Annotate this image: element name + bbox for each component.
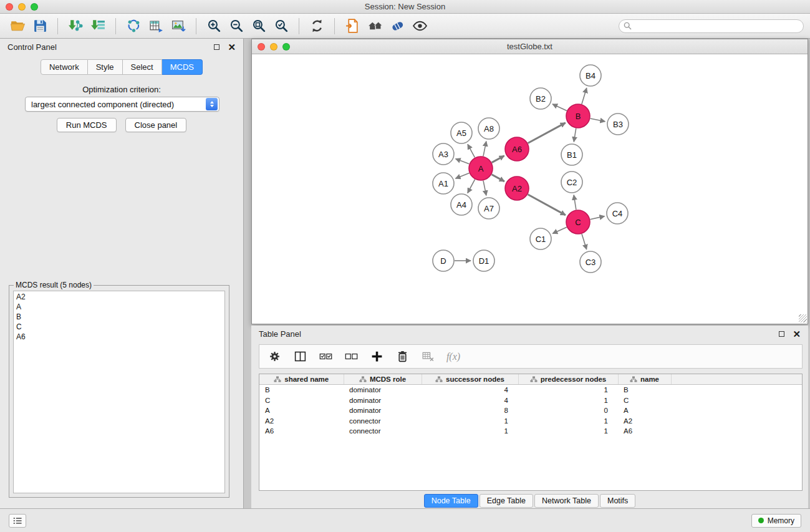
mcds-result-item[interactable]: A: [14, 302, 224, 312]
edge-A-A6[interactable]: [492, 156, 504, 163]
mcds-result-item[interactable]: B: [14, 312, 224, 322]
close-panel-button[interactable]: Close panel: [125, 118, 187, 132]
network-canvas[interactable]: B4B2BB3A8A5A6A3B1AC2A1A2A4A7C4CC1C3DD1: [252, 54, 808, 323]
table-row[interactable]: A2connector11A2: [259, 416, 802, 427]
edge-B-B4[interactable]: [582, 88, 587, 104]
edge-A-A2[interactable]: [492, 175, 504, 181]
zoom-fit-icon[interactable]: [248, 16, 270, 36]
mcds-result-item[interactable]: C: [14, 322, 224, 332]
edge-B-B2[interactable]: [552, 104, 567, 111]
unselect-all-button[interactable]: [344, 348, 359, 365]
node-A8[interactable]: A8: [478, 118, 499, 139]
network-canvas-container[interactable]: B4B2BB3A8A5A6A3B1AC2A1A2A4A7C4CC1C3DD1: [252, 54, 808, 323]
tab-edge-table[interactable]: Edge Table: [480, 494, 533, 508]
close-panel-icon[interactable]: ✕: [228, 42, 236, 52]
tab-mcds[interactable]: MCDS: [162, 59, 203, 75]
edge-A6-B[interactable]: [528, 123, 566, 143]
table-row[interactable]: Adominator80A: [259, 405, 802, 416]
tab-style[interactable]: Style: [88, 59, 123, 75]
node-D1[interactable]: D1: [473, 250, 494, 271]
node-B2[interactable]: B2: [530, 88, 551, 109]
eye-icon[interactable]: [408, 16, 431, 36]
edge-B-B3[interactable]: [591, 118, 605, 122]
node-C1[interactable]: C1: [530, 228, 551, 249]
network-minimize-button[interactable]: [270, 43, 277, 51]
close-window-button[interactable]: [6, 3, 13, 11]
edge-A-A4[interactable]: [468, 180, 475, 193]
task-history-button[interactable]: [9, 514, 26, 528]
save-icon[interactable]: [29, 16, 51, 36]
node-A5[interactable]: A5: [451, 122, 472, 143]
column-header-predecessor-nodes[interactable]: predecessor nodes: [518, 374, 618, 385]
tab-network[interactable]: Network: [41, 59, 88, 75]
node-C2[interactable]: C2: [561, 172, 582, 193]
node-A1[interactable]: A1: [433, 173, 454, 194]
node-C4[interactable]: C4: [607, 203, 628, 224]
node-D[interactable]: D: [433, 250, 454, 271]
table-row[interactable]: A6connector11A6: [259, 426, 802, 437]
edge-A2-C[interactable]: [528, 195, 566, 215]
edge-B-B1[interactable]: [574, 128, 576, 142]
table-close-panel-icon[interactable]: ✕: [793, 329, 801, 339]
node-A6[interactable]: A6: [505, 137, 529, 161]
visual-style-icon[interactable]: [386, 16, 408, 36]
network-close-button[interactable]: [258, 43, 265, 51]
table-float-panel-icon[interactable]: [779, 331, 784, 337]
select-all-button[interactable]: [318, 348, 333, 365]
edge-C-C4[interactable]: [591, 216, 605, 220]
table-row[interactable]: Bdominator41B: [259, 385, 802, 395]
tab-node-table[interactable]: Node Table: [424, 494, 478, 508]
edge-C-C1[interactable]: [552, 227, 567, 233]
new-table-icon[interactable]: [145, 16, 167, 36]
mcds-result-item[interactable]: A2: [14, 292, 224, 302]
open-folder-icon[interactable]: [6, 16, 29, 36]
edge-C-C3[interactable]: [582, 234, 587, 249]
table-row[interactable]: Cdominator41C: [259, 395, 802, 406]
search-input[interactable]: [619, 19, 804, 33]
resize-grip-icon[interactable]: [799, 314, 807, 322]
float-panel-icon[interactable]: [214, 44, 219, 50]
function-builder-button[interactable]: f(x): [446, 348, 461, 365]
tab-network-table[interactable]: Network Table: [534, 494, 599, 508]
column-header-name[interactable]: name: [618, 374, 671, 385]
minimize-window-button[interactable]: [18, 3, 26, 11]
edge-A-A7[interactable]: [483, 181, 486, 196]
export-image-icon[interactable]: [167, 16, 190, 36]
node-B3[interactable]: B3: [607, 114, 629, 135]
delete-row-button[interactable]: [395, 348, 410, 365]
settings-gear-button[interactable]: [267, 348, 282, 365]
run-mcds-button[interactable]: Run MCDS: [57, 118, 117, 132]
node-B1[interactable]: B1: [561, 144, 582, 165]
tab-select[interactable]: Select: [123, 59, 162, 75]
mcds-result-list[interactable]: A2ABCA6: [13, 291, 225, 493]
node-A4[interactable]: A4: [451, 194, 472, 215]
edge-C-C2[interactable]: [574, 195, 576, 210]
home-icon[interactable]: [364, 16, 386, 36]
column-header-shared-name[interactable]: shared name: [259, 374, 344, 385]
new-network-icon[interactable]: [122, 16, 145, 36]
node-A2[interactable]: A2: [505, 177, 529, 200]
tab-motifs[interactable]: Motifs: [600, 494, 635, 508]
optimization-criterion-dropdown[interactable]: largest connected component (directed): [25, 97, 219, 112]
zoom-out-icon[interactable]: [225, 16, 248, 36]
memory-button[interactable]: Memory: [751, 514, 801, 528]
column-header-MCDS-role[interactable]: MCDS role: [344, 374, 422, 385]
network-zoom-button[interactable]: [282, 43, 290, 51]
zoom-in-icon[interactable]: [203, 16, 225, 36]
export-document-icon[interactable]: [341, 16, 364, 36]
node-B[interactable]: B: [566, 104, 590, 128]
node-C3[interactable]: C3: [580, 251, 601, 273]
column-header-successor-nodes[interactable]: successor nodes: [422, 374, 518, 385]
zoom-selected-icon[interactable]: [270, 16, 292, 36]
refresh-icon[interactable]: [306, 16, 328, 36]
add-row-button[interactable]: [369, 348, 384, 365]
import-network-icon[interactable]: [64, 16, 87, 36]
zoom-window-button[interactable]: [31, 3, 38, 11]
node-A[interactable]: A: [469, 157, 493, 180]
edge-A-A3[interactable]: [456, 159, 470, 164]
edge-A-A1[interactable]: [456, 173, 470, 178]
node-B4[interactable]: B4: [580, 65, 601, 86]
mcds-result-item[interactable]: A6: [14, 332, 224, 342]
import-table-icon[interactable]: [87, 16, 109, 36]
show-column-button[interactable]: [292, 348, 307, 365]
